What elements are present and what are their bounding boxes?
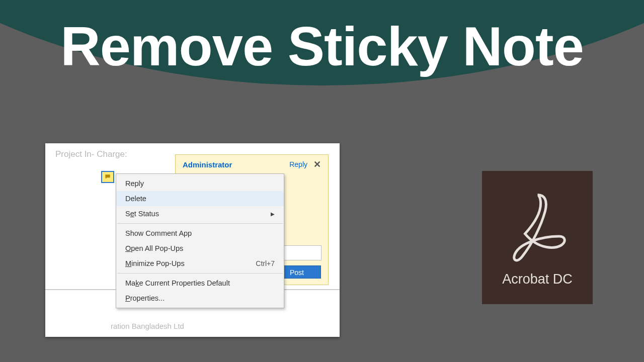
menu-label: Properties... <box>125 294 165 302</box>
menu-item-reply[interactable]: Reply <box>116 176 284 191</box>
popup-author: Administrator <box>183 160 289 169</box>
menu-item-delete[interactable]: Delete <box>116 191 284 206</box>
menu-label: Show Comment App <box>125 229 192 237</box>
context-menu: Reply Delete Set Status ▶ Show Comment A… <box>116 173 284 308</box>
menu-label: Open All Pop-Ups <box>125 244 183 252</box>
menu-separator <box>117 223 283 224</box>
acrobat-logo-icon <box>506 189 569 266</box>
sticky-note-icon[interactable] <box>101 171 114 183</box>
menu-label: Make Current Properties Default <box>125 279 230 287</box>
menu-label: Reply <box>125 179 144 188</box>
acrobat-logo-label: Acrobat DC <box>502 272 573 287</box>
chevron-right-icon: ▶ <box>271 211 275 217</box>
menu-separator <box>117 273 283 274</box>
popup-header: Administrator Reply ✕ <box>176 155 328 172</box>
menu-item-minimize-popups[interactable]: Minimize Pop-Ups Ctrl+7 <box>116 256 284 271</box>
menu-item-show-comment-app[interactable]: Show Comment App <box>116 226 284 241</box>
menu-item-make-default[interactable]: Make Current Properties Default <box>116 276 284 291</box>
menu-label: Minimize Pop-Ups <box>125 259 185 267</box>
page-title: Remove Sticky Note <box>0 14 644 78</box>
comment-bubble-icon <box>104 173 111 180</box>
menu-item-set-status[interactable]: Set Status ▶ <box>116 206 284 221</box>
menu-item-properties[interactable]: Properties... <box>116 291 284 306</box>
acrobat-logo-box: Acrobat DC <box>482 171 593 304</box>
screenshot-panel: Project In- Charge: ration Bangladesh Lt… <box>45 143 340 337</box>
popup-reply-link[interactable]: Reply <box>289 160 307 168</box>
menu-item-open-all-popups[interactable]: Open All Pop-Ups <box>116 241 284 256</box>
menu-label: Set Status <box>125 210 159 218</box>
doc-bottom-text: ration Bangladesh Ltd <box>111 322 184 330</box>
menu-shortcut: Ctrl+7 <box>256 259 275 267</box>
doc-top-text: Project In- Charge: <box>55 149 127 159</box>
menu-label: Delete <box>125 195 146 203</box>
close-icon[interactable]: ✕ <box>313 160 321 169</box>
